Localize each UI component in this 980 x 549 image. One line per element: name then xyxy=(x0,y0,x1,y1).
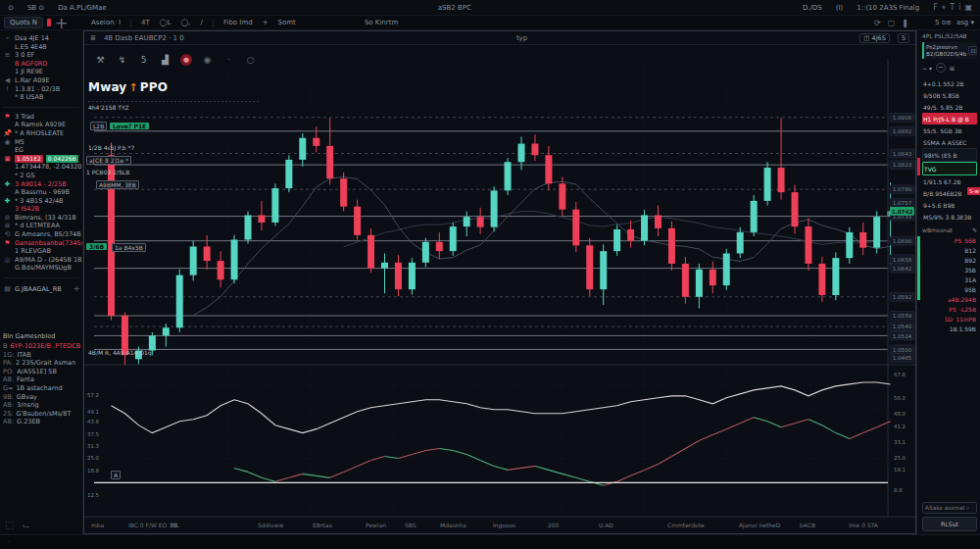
panel-row[interactable]: 9+5.6 B9B xyxy=(922,199,977,211)
watchlist-row[interactable]: ✚* 3 4B1S 42/4B xyxy=(3,197,79,206)
topbar-icon[interactable]: ▣ xyxy=(964,3,972,12)
watchlist-row[interactable]: A Bassrnu - 969B xyxy=(3,188,79,197)
toolbar-right-icon[interactable]: ▢ xyxy=(888,19,896,27)
sidebar-section-header[interactable]: ▤ G.JBAAGAL_RB ✛ xyxy=(3,285,79,293)
panel-row[interactable]: 9/50B 5.8SB xyxy=(922,89,977,101)
chart-tool-icon[interactable]: ⚒ xyxy=(94,53,107,66)
watchlist-row[interactable]: ⊚* d LETMTEAA xyxy=(3,222,79,230)
topbar-icon[interactable]: i xyxy=(958,3,960,12)
tool-item[interactable]: / xyxy=(201,19,203,26)
watchlist-row[interactable]: ⊘Bimrans, (33 4/31B xyxy=(3,214,79,223)
chart-tool-icon[interactable]: ○ xyxy=(244,53,257,66)
toolbar-right-icon[interactable]: ⟳ xyxy=(874,19,881,27)
drawing-tool-icon[interactable]: ⬚ xyxy=(5,520,14,530)
edit-icon[interactable]: ✎ xyxy=(972,226,977,233)
orderbook-row[interactable]: a4B.294B xyxy=(922,294,977,304)
chart-body[interactable]: 1.09061.08821.08431.08231.07801.07571.07… xyxy=(84,45,915,533)
tool-item[interactable]: ◯L xyxy=(160,19,172,26)
orderbook-row[interactable]: 31A xyxy=(922,274,977,284)
panel-tool[interactable]: 5 o≡ xyxy=(935,19,952,26)
orderbook-row[interactable]: SD11inPB xyxy=(922,314,977,324)
new-tab-button[interactable]: + xyxy=(55,14,68,32)
watchlist-row[interactable]: * 8 USAB xyxy=(3,93,79,102)
panel-row[interactable]: 4+0.1.552 2B xyxy=(922,77,977,89)
orderbook-row[interactable]: P5-L25B xyxy=(922,304,977,314)
watchlist-row[interactable]: B AGF0RD xyxy=(3,60,79,69)
chart-symbol-info[interactable]: 4B Dasb EAUBCP2 · 1 0 xyxy=(104,34,184,42)
tab-quotes[interactable]: Quots N xyxy=(4,17,43,28)
interval-dropdown[interactable]: ~ ▾ xyxy=(922,65,932,72)
watchlist-row[interactable]: ✚3 A9014 - 2/25B xyxy=(3,180,79,189)
topbar-right-3[interactable]: 1::(10 2A3S Finalg xyxy=(857,4,919,12)
watchlist-row[interactable]: 1 RLEVGAB xyxy=(3,247,79,256)
toolbar-right-icon[interactable]: ❚ xyxy=(902,19,908,27)
tool-item[interactable]: ◯, xyxy=(181,19,191,26)
chart-tool-icon[interactable]: ▟ xyxy=(159,53,172,66)
panel-row[interactable]: MS/9% 3 8.3E3B xyxy=(922,211,977,223)
watchlist-row[interactable]: ◎A9/MA D - (2645B 1B xyxy=(3,256,79,265)
panel-row[interactable]: 49/5. 5.85 2B xyxy=(922,101,977,113)
panel-row[interactable]: TVG xyxy=(922,162,977,175)
watchlist-row[interactable]: ◀L.Rar A09E xyxy=(3,76,79,85)
panel-row[interactable]: H1 P/J5-L B @ B xyxy=(922,113,977,125)
candlestick-chart[interactable]: 1.09061.08821.08431.08231.07801.07571.07… xyxy=(84,45,915,533)
watchlist-row[interactable]: * 2 GS xyxy=(3,172,79,180)
orderbook-row[interactable]: P556B xyxy=(922,235,977,245)
panel-row[interactable]: 55/5. 5GB 3B xyxy=(922,125,977,136)
chart-zoom-badge[interactable]: ◫ 4J6S xyxy=(859,33,890,43)
watchlist-row[interactable]: 3 IS42B xyxy=(3,205,79,214)
chart-tool-icon[interactable]: 5 xyxy=(137,53,150,66)
menu-item-2[interactable]: Da A.PL/GMae xyxy=(58,4,106,12)
card-icon[interactable]: ⊡ xyxy=(968,46,977,55)
orderbook-row[interactable]: B92 xyxy=(922,255,977,265)
topbar-icon[interactable]: T xyxy=(950,3,955,12)
watchlist-row[interactable]: EG xyxy=(3,146,79,155)
toolbar-center-item[interactable]: So Kinrtm xyxy=(365,19,398,26)
chart-tool-icon[interactable]: ↯ xyxy=(116,53,128,66)
watchlist-row[interactable]: ▣1.051E20.04226B xyxy=(3,155,79,164)
watchlist-row[interactable]: G.Bds/MAYMSUgB xyxy=(3,264,79,273)
chart-tool-icon[interactable]: ● xyxy=(180,54,192,66)
watchlist-row[interactable]: 1.4734478, -2.043203 xyxy=(3,163,79,172)
collapse-button[interactable]: − xyxy=(936,63,946,73)
chart-menu-icon[interactable]: ≣ xyxy=(90,34,96,42)
watchlist-row[interactable]: ◉MS xyxy=(3,138,79,147)
tool-item[interactable]: Fibo Imd xyxy=(223,19,253,26)
watchlist-row[interactable]: ⚑3 Trad xyxy=(3,113,79,122)
panel-tool[interactable]: asg ▾ xyxy=(956,19,974,26)
panel-row[interactable]: 1/91.5 67.2B xyxy=(922,175,977,187)
topbar-icon[interactable]: ⌖ xyxy=(942,3,947,13)
chart-tool-icon[interactable]: ◉ xyxy=(201,53,214,66)
orderbook-row[interactable]: B12 xyxy=(922,245,977,255)
add-button[interactable]: ✛ xyxy=(74,285,79,293)
panel-row[interactable]: 98t% (E5 B xyxy=(922,148,977,162)
tool-item[interactable]: 4T xyxy=(141,19,150,26)
orderbook-row[interactable]: 95B xyxy=(922,284,977,294)
watchlist-row[interactable]: 📌* A RHOSLEATE xyxy=(3,129,79,138)
tool-item[interactable]: Somt xyxy=(278,19,296,26)
tool-item[interactable]: + xyxy=(263,19,269,26)
chart-count-badge[interactable]: 5 xyxy=(898,33,909,43)
watchlist-row[interactable]: ⚑Gansenbsanba(7345g) xyxy=(3,239,79,248)
watchlist-row[interactable]: A Ramek A929E xyxy=(3,121,79,129)
panel-row[interactable]: SSMA A ASSEC xyxy=(922,136,977,148)
position-card[interactable]: Pe2preorvn B2/GB02DS/4b ⊡ xyxy=(922,42,977,59)
watchlist-row[interactable]: ≡3 0 EF xyxy=(3,51,79,60)
topbar-icon[interactable]: F xyxy=(933,3,938,12)
topbar-right-1[interactable]: D./DS xyxy=(803,4,822,12)
watchlist-row[interactable]: ⟲G Ameanrs, BS/374B xyxy=(3,230,79,239)
drawing-tool-icon[interactable]: ⌙ xyxy=(22,520,29,530)
topbar-right-2[interactable]: (I) xyxy=(836,4,844,12)
watchlist-row[interactable]: ⌁Dsa 4JE 14 xyxy=(3,34,79,43)
watchlist-row[interactable]: !1.3.81 - 02/3B xyxy=(3,85,79,94)
orderbook-row[interactable]: 35B xyxy=(922,265,977,274)
menu-item-1[interactable]: SB ⊙ xyxy=(27,4,44,12)
panel-action-button[interactable]: RLSut xyxy=(922,517,977,531)
search-input[interactable] xyxy=(925,505,964,511)
tool-item[interactable]: Aseion: I xyxy=(91,19,121,26)
grid-view-icon[interactable]: ⊞ xyxy=(950,65,955,72)
orderbook-row[interactable]: 1B.1.59B xyxy=(922,324,977,333)
watchlist-row[interactable]: 1 JI RE9E xyxy=(3,68,79,76)
chart-tool-icon[interactable]: · xyxy=(222,53,235,66)
watchlist-row[interactable]: L.ES 4E4B xyxy=(3,43,79,52)
